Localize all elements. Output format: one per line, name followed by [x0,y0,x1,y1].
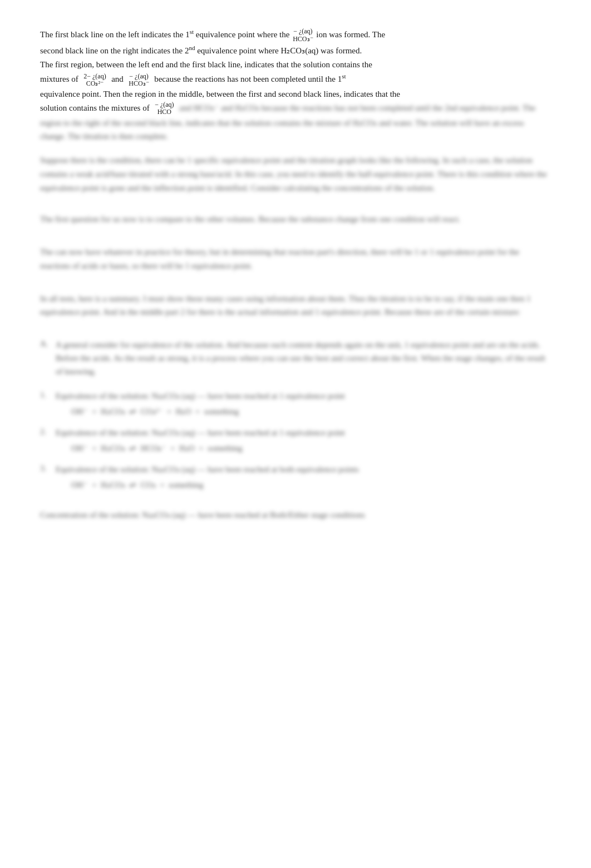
blurred-block-4: In all tests, here is a summary. I must … [40,292,551,320]
p1-superscript: st [190,28,194,35]
p4-after: because the reactions has not been compl… [154,75,342,83]
chem-eq-2: 2. Equivalence of the solution: Na₂CO₃ (… [40,426,551,457]
numbered-section-header: A. A general consider for equivalence of… [40,338,551,378]
chem-eq-2-line: OH⁻ + H₂CO₃ ⇌ HCO₃⁻ + H₂O + something [71,442,551,455]
p1-text-before: The first black line on the left indicat… [40,30,190,39]
p2-end: was formed. [321,46,362,55]
chem-eq-3-num: 3. [40,463,56,473]
formula-hco3-inline: − ¿(aq) HCO₃⁻ [293,28,313,42]
formula-co3-inline: 2− ¿(aq) CO₃²⁻ [83,73,106,87]
page-content: The first black line on the left indicat… [40,27,551,522]
hco3-2-bot: HCO₃⁻ [129,80,149,87]
chem-eq-1-num: 1. [40,389,56,400]
chem-eq-1-formula: OH⁻ + H₂CO₃ ⇌ CO₃²⁻ + H₂O + something [71,405,239,418]
blurred-block-3: The can now have whatever in practice fo… [40,245,551,273]
p2-text: second black line on the right indicates… [40,46,189,55]
chem-eq-3-formula: OH⁻ + H₂CO₃ ⇌ CO₃ + something [71,478,204,492]
chem-eq-3: 3. Equivalence of the solution: Na₂CO₃ (… [40,463,551,494]
numbered-section-number: A. [40,338,56,349]
p2-superscript: nd [189,44,195,51]
formula-hco3-2-inline: − ¿(aq) HCO₃⁻ [129,73,149,87]
hco3-2-top: − ¿(aq) [129,73,148,80]
formula-hco-inline: − ¿(aq) HCO [155,101,174,116]
p6-before: solution contains the mixtures of [40,103,150,112]
co3-top: 2− ¿(aq) [83,73,106,80]
p2-mid: equivalence point where [195,46,278,55]
chem-eq-1-content: Equivalence of the solution: Na₂CO₃ (aq)… [56,389,551,420]
chem-eq-2-num: 2. [40,426,56,437]
p2-formula: H₂CO₃(aq) [281,46,319,55]
paragraph-1: The first black line on the left indicat… [40,27,551,143]
conclusion-line: Concentration of the solution: Na₂CO₃ (a… [40,508,551,522]
co3-bot: CO₃²⁻ [86,80,104,87]
chem-eq-2-content: Equivalence of the solution: Na₂CO₃ (aq)… [56,426,551,457]
p4-before: mixtures of [40,75,78,83]
p1-text-mid: equivalence point where the [194,30,289,39]
chem-eq-3-line: OH⁻ + H₂CO₃ ⇌ CO₃ + something [71,478,551,492]
chem-eq-3-content: Equivalence of the solution: Na₂CO₃ (aq)… [56,463,551,494]
p3-text: The first region, between the left end a… [40,60,372,69]
p1-text-after: ion was formed. The [316,30,385,39]
chem-eq-3-desc: Equivalence of the solution: Na₂CO₃ (aq)… [56,463,551,476]
blurred-block-2: The first question for us now is to comp… [40,212,551,226]
chem-eq-1: 1. Equivalence of the solution: Na₂CO₃ (… [40,389,551,420]
p5-text: equivalence point. Then the region in th… [40,90,400,98]
chem-eq-1-desc: Equivalence of the solution: Na₂CO₃ (aq)… [56,389,551,403]
blurred-line-1a: Suppose there is the condition, there ca… [40,153,551,195]
and-text: and [111,75,124,83]
formula-top: − ¿(aq) [293,28,312,35]
blurred-block-1: Suppose there is the condition, there ca… [40,153,551,195]
numbered-section-label: A general consider for equivalence of th… [56,338,551,378]
chem-eq-2-formula: OH⁻ + H₂CO₃ ⇌ HCO₃⁻ + H₂O + something [71,442,243,455]
chem-eq-2-desc: Equivalence of the solution: Na₂CO₃ (aq)… [56,426,551,439]
formula-bot: HCO₃⁻ [293,36,313,43]
hco-bot: HCO [157,108,171,116]
p4-sup: st [342,73,346,80]
chem-eq-1-line: OH⁻ + H₂CO₃ ⇌ CO₃²⁻ + H₂O + something [71,405,551,418]
